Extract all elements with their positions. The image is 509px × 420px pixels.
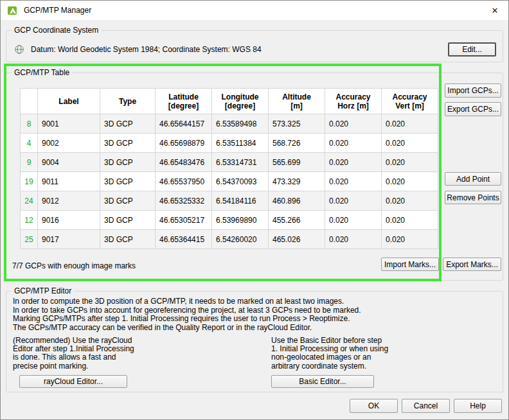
- cell-type[interactable]: 3D GCP: [100, 230, 156, 249]
- cell-latitude[interactable]: 46.65537950: [156, 172, 212, 191]
- globe-icon: [14, 44, 24, 55]
- editor-help-line: The GCPs/MTP accuracy can be verified in…: [13, 324, 361, 333]
- basic-editor-note: Use the Basic Editor before step 1. Init…: [271, 337, 389, 371]
- table-row: 2590173D GCP46.653644156.54260020465.026…: [21, 230, 438, 249]
- cell-latitude[interactable]: 46.65364415: [156, 230, 212, 249]
- gcp-mtp-editor-group: GCP/MTP Editor In order to compute the 3…: [6, 291, 503, 392]
- import-gcps-button[interactable]: Import GCPs...: [445, 83, 501, 98]
- export-marks-button[interactable]: Export Marks...: [443, 258, 501, 271]
- cell-label[interactable]: 9004: [38, 153, 100, 172]
- gcp-mtp-manager-window: GCP/MTP Manager ✕ GCP Coordinate System …: [0, 0, 509, 420]
- cell-altitude[interactable]: 568.726: [269, 134, 325, 153]
- cell-acc_horz[interactable]: 0.020: [325, 211, 382, 230]
- cell-altitude[interactable]: 455.266: [269, 211, 325, 230]
- cell-label[interactable]: 9012: [38, 191, 100, 211]
- column-header[interactable]: Label: [38, 89, 100, 114]
- import-marks-button[interactable]: Import Marks...: [381, 258, 439, 271]
- cell-acc_vert[interactable]: 0.020: [382, 114, 438, 134]
- cell-latitude[interactable]: 46.65698879: [156, 134, 212, 153]
- close-icon[interactable]: ✕: [481, 1, 508, 20]
- column-header[interactable]: Latitude [degree]: [156, 89, 212, 114]
- row-number[interactable]: 4: [21, 134, 38, 153]
- cell-latitude[interactable]: 46.65483476: [156, 153, 212, 172]
- basic-editor-button[interactable]: Basic Editor...: [271, 375, 374, 388]
- ok-button[interactable]: OK: [350, 399, 398, 413]
- raycloud-note: (Recommended) Use the rayCloud Editor af…: [13, 337, 140, 371]
- cell-type[interactable]: 3D GCP: [100, 191, 156, 211]
- cell-type[interactable]: 3D GCP: [100, 114, 156, 134]
- table-row: 1990113D GCP46.655379506.54370093473.329…: [21, 172, 438, 191]
- cell-latitude[interactable]: 46.65325332: [156, 191, 212, 211]
- column-header[interactable]: Longitude [degree]: [212, 89, 269, 114]
- cell-label[interactable]: 9016: [38, 211, 100, 230]
- cell-acc_vert[interactable]: 0.020: [382, 153, 438, 172]
- cell-altitude[interactable]: 565.699: [269, 153, 325, 172]
- cell-altitude[interactable]: 460.896: [269, 191, 325, 211]
- cell-label[interactable]: 9011: [38, 172, 100, 191]
- cell-acc_horz[interactable]: 0.020: [325, 191, 382, 211]
- cell-label[interactable]: 9002: [38, 134, 100, 153]
- column-header[interactable]: Altitude [m]: [269, 89, 325, 114]
- column-header[interactable]: Accuracy Horz [m]: [325, 89, 382, 114]
- cell-acc_vert[interactable]: 0.020: [382, 191, 438, 211]
- editor-help-text: In order to compute the 3D position of a…: [13, 297, 361, 332]
- edit-button[interactable]: Edit...: [448, 42, 496, 57]
- cell-type[interactable]: 3D GCP: [100, 134, 156, 153]
- export-gcps-button[interactable]: Export GCPs...: [445, 102, 501, 116]
- cell-acc_vert[interactable]: 0.020: [382, 172, 438, 191]
- cell-longitude[interactable]: 6.53969890: [212, 211, 269, 230]
- table-row: 2490123D GCP46.653253326.54184116460.896…: [21, 191, 438, 211]
- cell-acc_vert[interactable]: 0.020: [382, 134, 438, 153]
- cell-label[interactable]: 9001: [38, 114, 100, 134]
- cell-longitude[interactable]: 6.54184116: [212, 191, 269, 211]
- cell-altitude[interactable]: 465.026: [269, 230, 325, 249]
- gcp-table: LabelTypeLatitude [degree]Longitude [deg…: [20, 88, 438, 249]
- cell-latitude[interactable]: 46.65644157: [156, 114, 212, 134]
- cell-altitude[interactable]: 573.325: [269, 114, 325, 134]
- cancel-button[interactable]: Cancel: [402, 399, 450, 413]
- coordinate-system-group-label: GCP Coordinate System: [12, 26, 101, 35]
- table-row: 490023D GCP46.656988796.53511384568.7260…: [21, 134, 438, 153]
- row-number[interactable]: 25: [21, 230, 38, 249]
- row-number[interactable]: 24: [21, 191, 38, 211]
- row-number[interactable]: 12: [21, 211, 38, 230]
- row-number[interactable]: 19: [21, 172, 38, 191]
- column-header[interactable]: Type: [100, 89, 156, 114]
- datum-text: Datum: World Geodetic System 1984; Coord…: [31, 45, 262, 54]
- cell-acc_horz[interactable]: 0.020: [325, 172, 382, 191]
- raycloud-editor-button[interactable]: rayCloud Editor...: [19, 375, 127, 388]
- add-point-button[interactable]: Add Point: [445, 172, 501, 186]
- cell-type[interactable]: 3D GCP: [100, 172, 156, 191]
- column-header[interactable]: Accuracy Vert [m]: [382, 89, 438, 114]
- cell-acc_horz[interactable]: 0.020: [325, 134, 382, 153]
- cell-type[interactable]: 3D GCP: [100, 211, 156, 230]
- cell-acc_horz[interactable]: 0.020: [325, 230, 382, 249]
- remove-points-button[interactable]: Remove Points: [445, 191, 501, 204]
- cell-acc_vert[interactable]: 0.020: [382, 230, 438, 249]
- cell-acc_horz[interactable]: 0.020: [325, 114, 382, 134]
- cell-longitude[interactable]: 6.53589498: [212, 114, 269, 134]
- cell-acc_horz[interactable]: 0.020: [325, 153, 382, 172]
- cell-acc_vert[interactable]: 0.020: [382, 211, 438, 230]
- titlebar[interactable]: GCP/MTP Manager ✕: [1, 1, 508, 20]
- gcp-coordinate-system-group: GCP Coordinate System Datum: World Geode…: [6, 30, 503, 62]
- cell-longitude[interactable]: 6.54370093: [212, 172, 269, 191]
- editor-help-line: Marking GCPs/MTPs after step 1. Initial …: [13, 315, 361, 324]
- cell-label[interactable]: 9017: [38, 230, 100, 249]
- row-number[interactable]: 9: [21, 153, 38, 172]
- window-title: GCP/MTP Manager: [24, 6, 91, 15]
- cell-longitude[interactable]: 6.53314731: [212, 153, 269, 172]
- cell-type[interactable]: 3D GCP: [100, 153, 156, 172]
- gcp-table-body: 890013D GCP46.656441576.53589498573.3250…: [21, 114, 438, 249]
- editor-help-line: In order to take GCPs into account for g…: [13, 306, 361, 315]
- cell-latitude[interactable]: 46.65305217: [156, 211, 212, 230]
- cell-longitude[interactable]: 6.53511384: [212, 134, 269, 153]
- gcp-table-group-label: GCP/MTP Table: [12, 68, 72, 77]
- help-button[interactable]: Help: [454, 399, 502, 413]
- cell-longitude[interactable]: 6.54260020: [212, 230, 269, 249]
- gcp-table-header-row: LabelTypeLatitude [degree]Longitude [deg…: [21, 89, 438, 114]
- marks-status-text: 7/7 GCPs with enough image marks: [12, 261, 136, 270]
- row-number[interactable]: 8: [21, 114, 38, 134]
- table-row: 990043D GCP46.654834766.53314731565.6990…: [21, 153, 438, 172]
- cell-altitude[interactable]: 473.329: [269, 172, 325, 191]
